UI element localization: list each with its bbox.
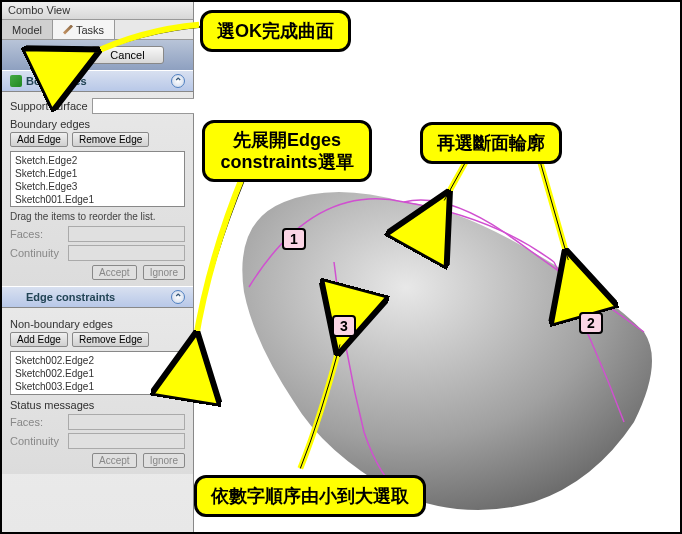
number-badge-2: 2: [579, 312, 603, 334]
combo-view-panel: Combo View Model Tasks OK Cancel Boundar…: [2, 2, 194, 532]
non-boundary-list[interactable]: Sketch002.Edge2 Sketch002.Edge1 Sketch00…: [10, 351, 185, 395]
list-item[interactable]: Sketch002.Edge1: [15, 367, 180, 380]
continuity-label: Continuity: [10, 247, 64, 259]
edge-constraints-body: Non-boundary edges Add Edge Remove Edge …: [2, 308, 193, 474]
accept-button-2: Accept: [92, 453, 137, 468]
number-badge-1: 1: [282, 228, 306, 250]
continuity-combo: [68, 245, 185, 261]
number-badge-3: 3: [332, 315, 356, 337]
ignore-button: Ignore: [143, 265, 185, 280]
continuity-combo-2: [68, 433, 185, 449]
callout-profile: 再選斷面輪廓: [420, 122, 562, 164]
callout-ok: 選OK完成曲面: [200, 10, 351, 52]
boundary-edges-list[interactable]: Sketch.Edge2 Sketch.Edge1 Sketch.Edge3 S…: [10, 151, 185, 207]
remove-edge-button[interactable]: Remove Edge: [72, 132, 149, 147]
boundaries-title: Boundaries: [26, 75, 87, 87]
faces-label: Faces:: [10, 228, 64, 240]
faces-label-2: Faces:: [10, 416, 64, 428]
edge-constraints-header[interactable]: Edge constraints ⌃: [2, 286, 193, 308]
svg-point-0: [409, 216, 415, 222]
ignore-button-2: Ignore: [143, 453, 185, 468]
3d-view[interactable]: [194, 2, 680, 532]
surface-shape: [194, 2, 682, 532]
edge-constraints-title: Edge constraints: [26, 291, 115, 303]
collapse-icon[interactable]: ⌃: [171, 290, 185, 304]
callout-order: 依數字順序由小到大選取: [194, 475, 426, 517]
boundary-edges-label: Boundary edges: [10, 118, 185, 130]
accept-button: Accept: [92, 265, 137, 280]
list-item[interactable]: Sketch.Edge2: [15, 154, 180, 167]
faces-combo-2: [68, 414, 185, 430]
faces-combo: [68, 226, 185, 242]
cancel-button[interactable]: Cancel: [91, 46, 163, 64]
tab-tasks-label: Tasks: [76, 24, 104, 36]
pencil-icon: [63, 25, 73, 35]
tab-model[interactable]: Model: [2, 20, 53, 39]
remove-edge-button-2[interactable]: Remove Edge: [72, 332, 149, 347]
add-edge-button-2[interactable]: Add Edge: [10, 332, 68, 347]
panel-title: Combo View: [2, 2, 193, 20]
tab-tasks[interactable]: Tasks: [53, 20, 115, 39]
collapse-icon[interactable]: ⌃: [171, 74, 185, 88]
list-item[interactable]: Sketch003.Edge1: [15, 380, 180, 393]
status-label: Status messages: [10, 399, 185, 411]
support-surface-label: Support surface: [10, 100, 88, 112]
list-item[interactable]: Sketch002.Edge2: [15, 354, 180, 367]
non-boundary-label: Non-boundary edges: [10, 318, 185, 330]
ok-button[interactable]: OK: [31, 46, 85, 64]
list-item[interactable]: Sketch.Edge1: [15, 167, 180, 180]
continuity-label-2: Continuity: [10, 435, 64, 447]
list-item[interactable]: Sketch.Edge3: [15, 180, 180, 193]
add-edge-button[interactable]: Add Edge: [10, 132, 68, 147]
cube-icon: [10, 75, 22, 87]
list-item[interactable]: Sketch001.Edge1: [15, 193, 180, 206]
callout-edges: 先展開Edges constraints選單: [202, 120, 372, 182]
boundaries-header[interactable]: Boundaries ⌃: [2, 70, 193, 92]
boundaries-body: Support surface Boundary edges Add Edge …: [2, 92, 193, 286]
tab-bar: Model Tasks: [2, 20, 193, 40]
reorder-hint: Drag the items to reorder the list.: [10, 211, 185, 222]
ok-cancel-row: OK Cancel: [2, 40, 193, 70]
